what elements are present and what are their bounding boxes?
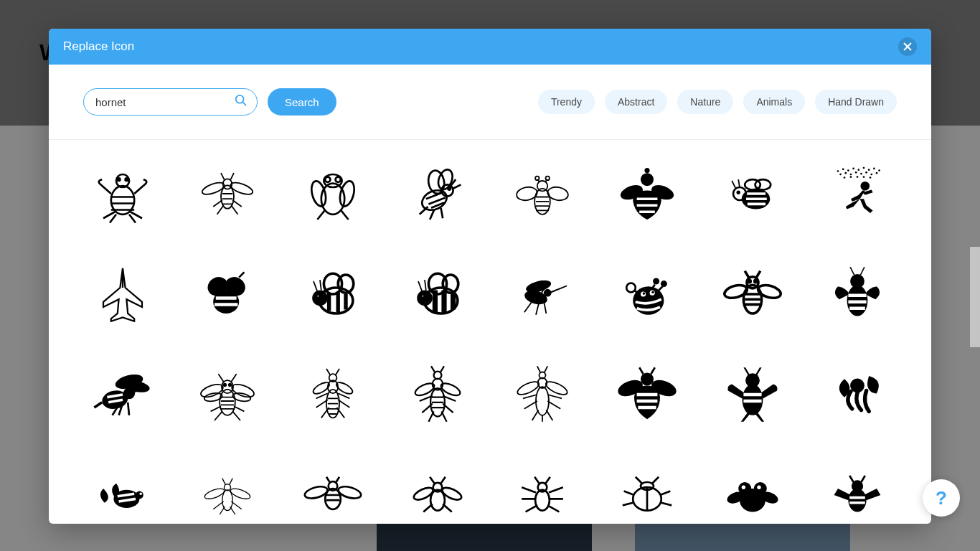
svg-point-37 — [842, 168, 844, 170]
icon-result[interactable] — [602, 355, 692, 434]
bee-icon-solid-icon — [615, 362, 679, 427]
svg-point-72 — [544, 289, 552, 297]
fly-outline-icon — [301, 161, 365, 226]
bee-leaf-icon — [90, 463, 155, 524]
icon-result[interactable] — [602, 154, 692, 233]
svg-point-54 — [850, 176, 852, 178]
filter-hand-drawn[interactable]: Hand Drawn — [815, 90, 897, 114]
icon-result[interactable] — [392, 154, 483, 233]
icon-result[interactable] — [602, 255, 692, 334]
search-field-wrap — [83, 88, 258, 116]
svg-point-45 — [839, 174, 842, 176]
icon-result[interactable] — [77, 456, 168, 524]
bee-blob-icon — [195, 262, 260, 326]
hornet-side-icon — [90, 362, 155, 427]
svg-point-149 — [848, 489, 866, 512]
cute-bee-icon — [615, 262, 679, 326]
hornet-bold-top-icon — [825, 463, 890, 524]
bee-abstract-icon — [825, 362, 890, 427]
bee-symmetric-line-icon — [720, 262, 785, 326]
bee-line-top-icon — [405, 463, 470, 524]
bumblebee-right-icon — [405, 262, 470, 326]
icon-result[interactable] — [288, 355, 378, 434]
svg-point-42 — [868, 169, 870, 171]
icon-result[interactable] — [812, 154, 903, 233]
cartoon-bee-icon — [720, 161, 785, 226]
icon-result[interactable] — [707, 456, 798, 524]
search-input[interactable] — [83, 88, 258, 116]
icon-result[interactable] — [77, 154, 168, 233]
icon-result[interactable] — [602, 456, 692, 524]
icon-result[interactable] — [812, 456, 903, 524]
help-icon: ? — [936, 487, 947, 509]
wasp-line-top-icon — [405, 362, 470, 427]
bumblebee-left-icon — [301, 262, 365, 326]
svg-point-56 — [863, 176, 865, 178]
icon-result[interactable] — [497, 456, 588, 524]
icon-result[interactable] — [77, 255, 168, 334]
svg-point-27 — [645, 168, 650, 173]
icon-result[interactable] — [182, 255, 273, 334]
icon-result[interactable] — [392, 355, 483, 434]
svg-point-49 — [860, 173, 862, 175]
svg-point-63 — [316, 294, 319, 298]
filter-animals[interactable]: Animals — [743, 90, 805, 114]
icon-result[interactable] — [497, 154, 588, 233]
close-button[interactable] — [898, 37, 917, 56]
wasp-line-top2-icon — [510, 362, 575, 427]
running-swarm-icon — [825, 161, 890, 226]
replace-icon-modal: Replace Icon Search Trendy Abstract Natu… — [49, 29, 931, 524]
wasp-thin-icon — [195, 463, 260, 524]
svg-point-12 — [335, 177, 340, 182]
icon-result[interactable] — [182, 154, 273, 233]
svg-point-121 — [745, 373, 760, 387]
svg-point-53 — [844, 176, 846, 179]
icon-result[interactable] — [497, 255, 588, 334]
svg-point-148 — [757, 486, 760, 489]
icon-result[interactable] — [497, 355, 588, 434]
icon-result[interactable] — [707, 154, 798, 233]
icon-result[interactable] — [288, 456, 378, 524]
icon-result[interactable] — [77, 355, 168, 434]
svg-point-117 — [641, 372, 654, 385]
svg-point-57 — [870, 176, 872, 179]
svg-point-40 — [857, 169, 859, 171]
filter-trendy[interactable]: Trendy — [538, 90, 595, 114]
svg-point-103 — [327, 380, 337, 393]
beetle-outline-icon — [615, 463, 679, 524]
help-button[interactable]: ? — [923, 479, 960, 517]
icon-grid-scroll[interactable] — [49, 140, 931, 524]
search-button[interactable]: Search — [268, 88, 336, 116]
svg-point-46 — [844, 172, 847, 174]
page-scrollbar-thumb[interactable] — [970, 247, 980, 347]
bee-flying-icon — [405, 161, 470, 226]
svg-point-81 — [652, 291, 655, 294]
bee-solid-icon — [615, 161, 679, 226]
icon-result[interactable] — [707, 355, 798, 434]
icon-result[interactable] — [288, 154, 378, 233]
svg-point-34 — [755, 179, 771, 189]
bee-line-wings-icon — [301, 463, 365, 524]
icon-result[interactable] — [707, 255, 798, 334]
icon-result[interactable] — [812, 255, 903, 334]
svg-point-39 — [852, 168, 854, 170]
icon-result[interactable] — [182, 456, 273, 524]
icon-result[interactable] — [288, 255, 378, 334]
svg-point-122 — [852, 380, 862, 390]
icon-result[interactable] — [392, 255, 483, 334]
search-icon — [235, 94, 248, 110]
filter-abstract[interactable]: Abstract — [605, 90, 667, 114]
bee-symmetric-bold-icon — [825, 262, 890, 326]
icon-result[interactable] — [182, 355, 273, 434]
bee-line-top2-icon — [510, 463, 575, 524]
filter-nature[interactable]: Nature — [677, 90, 733, 114]
svg-point-124 — [136, 491, 143, 499]
icon-result[interactable] — [812, 355, 903, 434]
svg-point-26 — [641, 173, 654, 186]
svg-point-11 — [325, 177, 330, 182]
bee-thin-icon — [510, 161, 575, 226]
svg-point-147 — [741, 486, 745, 489]
icon-result[interactable] — [392, 456, 483, 524]
svg-point-55 — [857, 176, 859, 178]
svg-point-36 — [837, 170, 839, 172]
